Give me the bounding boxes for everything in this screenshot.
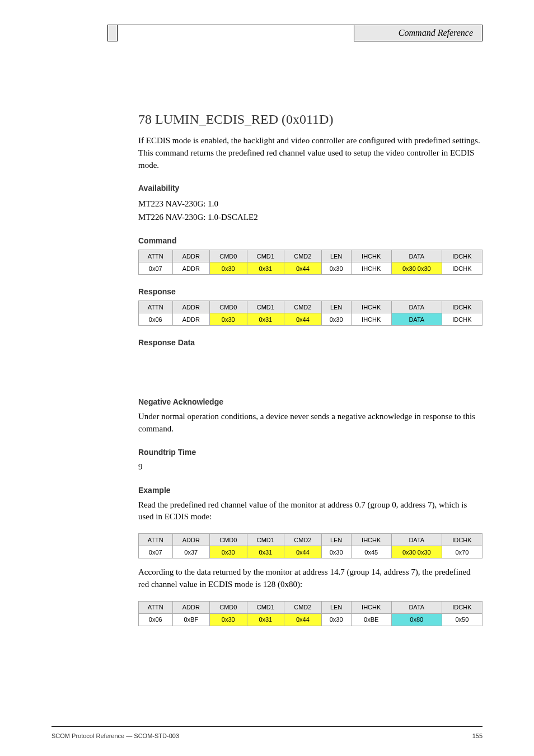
header-title-box: Command Reference: [354, 25, 483, 41]
cell: 0xBF: [172, 613, 210, 626]
col-addr: ADDR: [172, 601, 210, 613]
col-cmd2: CMD2: [284, 250, 322, 262]
availability-heading: Availability: [138, 184, 483, 192]
col-cmd1: CMD1: [247, 250, 284, 262]
cell: 0x30: [210, 613, 247, 626]
col-len: LEN: [321, 534, 351, 546]
cell: 0x45: [351, 546, 391, 558]
cell: 0x30: [321, 313, 351, 326]
cell: 0x30: [321, 613, 351, 626]
cell: 0x44: [284, 613, 322, 626]
col-len: LEN: [321, 601, 351, 613]
cell: 0x31: [247, 313, 284, 326]
table-header-row: ATTN ADDR CMD0 CMD1 CMD2 LEN IHCHK DATA …: [139, 534, 483, 546]
response-data-heading: Response Data: [138, 338, 483, 347]
nak-heading: Negative Acknowledge: [138, 397, 483, 406]
cell: 0x30: [210, 262, 247, 275]
col-data: DATA: [391, 601, 442, 613]
example-heading: Example: [138, 486, 483, 495]
cell: 0x30 0x30: [391, 546, 442, 558]
command-heading: Command: [138, 236, 483, 245]
header-stub: [107, 25, 118, 41]
cell: 0x31: [247, 546, 284, 558]
cell: 0x30: [321, 262, 351, 275]
table-row: 0x06 ADDR 0x30 0x31 0x44 0x30 IHCHK DATA…: [139, 313, 483, 326]
col-cmd0: CMD0: [210, 534, 247, 546]
page-content: 78 LUMIN_ECDIS_RED (0x011D) If ECDIS mod…: [138, 112, 483, 634]
col-attn: ATTN: [139, 534, 173, 546]
col-idchk: IDCHK: [442, 250, 482, 262]
col-attn: ATTN: [139, 301, 173, 313]
col-data: DATA: [391, 250, 442, 262]
response-heading: Response: [138, 287, 483, 296]
example1-table: ATTN ADDR CMD0 CMD1 CMD2 LEN IHCHK DATA …: [138, 533, 483, 558]
col-cmd2: CMD2: [284, 301, 322, 313]
header-title: Command Reference: [399, 28, 473, 38]
rtt-heading: Roundtrip Time: [138, 448, 483, 457]
col-ihchk: IHCHK: [351, 601, 391, 613]
description: If ECDIS mode is enabled, the backlight …: [138, 135, 483, 171]
col-ihchk: IHCHK: [351, 250, 391, 262]
example2-table: ATTN ADDR CMD0 CMD1 CMD2 LEN IHCHK DATA …: [138, 601, 483, 626]
cell: 0x30 0x30: [391, 262, 442, 275]
cell: 0x30: [210, 546, 247, 558]
cell: 0x44: [284, 313, 322, 326]
nak-text: Under normal operation conditions, a dev…: [138, 411, 483, 435]
cell: 0x80: [391, 613, 442, 626]
rtt-text: 9: [138, 461, 483, 473]
cell: 0xBE: [351, 613, 391, 626]
cell: IDCHK: [442, 262, 482, 275]
col-cmd0: CMD0: [210, 601, 247, 613]
col-cmd2: CMD2: [284, 601, 322, 613]
col-ihchk: IHCHK: [351, 534, 391, 546]
col-cmd2: CMD2: [284, 534, 322, 546]
col-attn: ATTN: [139, 250, 173, 262]
table-row: 0x06 0xBF 0x30 0x31 0x44 0x30 0xBE 0x80 …: [139, 613, 483, 626]
cell: IHCHK: [351, 262, 391, 275]
cell: 0x07: [139, 546, 173, 558]
col-data: DATA: [391, 301, 442, 313]
col-cmd1: CMD1: [247, 534, 284, 546]
cell: 0x44: [284, 546, 322, 558]
col-idchk: IDCHK: [442, 301, 482, 313]
footer-right: 155: [472, 732, 483, 739]
table-row: 0x07 ADDR 0x30 0x31 0x44 0x30 IHCHK 0x30…: [139, 262, 483, 275]
col-data: DATA: [391, 534, 442, 546]
col-addr: ADDR: [172, 301, 210, 313]
cell: 0x06: [139, 613, 173, 626]
table-row: 0x07 0x37 0x30 0x31 0x44 0x30 0x45 0x30 …: [139, 546, 483, 558]
col-idchk: IDCHK: [442, 534, 482, 546]
col-addr: ADDR: [172, 250, 210, 262]
cell: 0x07: [139, 262, 173, 275]
footer-left: SCOM Protocol Reference — SCOM-STD-003: [51, 732, 179, 739]
table-header-row: ATTN ADDR CMD0 CMD1 CMD2 LEN IHCHK DATA …: [139, 250, 483, 262]
cell: IHCHK: [351, 313, 391, 326]
col-cmd1: CMD1: [247, 601, 284, 613]
cell: ADDR: [172, 313, 210, 326]
table-header-row: ATTN ADDR CMD0 CMD1 CMD2 LEN IHCHK DATA …: [139, 301, 483, 313]
cell: 0x30: [210, 313, 247, 326]
col-attn: ATTN: [139, 601, 173, 613]
footer-rule: [51, 726, 483, 727]
cell: 0x31: [247, 613, 284, 626]
cell: 0x30: [321, 546, 351, 558]
availability-line-1: MT223 NAV-230G: 1.0: [138, 197, 483, 210]
cell: DATA: [391, 313, 442, 326]
availability-line-2: MT226 NAV-230G: 1.0-DSCALE2: [138, 210, 483, 224]
response-data-text: [138, 351, 483, 385]
cell: 0x06: [139, 313, 173, 326]
example2-text: According to the data returned by the mo…: [138, 566, 483, 591]
cell: ADDR: [172, 262, 210, 275]
col-idchk: IDCHK: [442, 601, 482, 613]
cell: 0x44: [284, 262, 322, 275]
col-cmd0: CMD0: [210, 301, 247, 313]
col-ihchk: IHCHK: [351, 301, 391, 313]
example1-text: Read the predefined red channel value of…: [138, 499, 483, 524]
cell: IDCHK: [442, 313, 482, 326]
command-table: ATTN ADDR CMD0 CMD1 CMD2 LEN IHCHK DATA …: [138, 250, 483, 275]
cell: 0x50: [442, 613, 482, 626]
response-table: ATTN ADDR CMD0 CMD1 CMD2 LEN IHCHK DATA …: [138, 300, 483, 326]
cell: 0x70: [442, 546, 482, 558]
section-title: 78 LUMIN_ECDIS_RED (0x011D): [138, 112, 483, 127]
cell: 0x37: [172, 546, 210, 558]
